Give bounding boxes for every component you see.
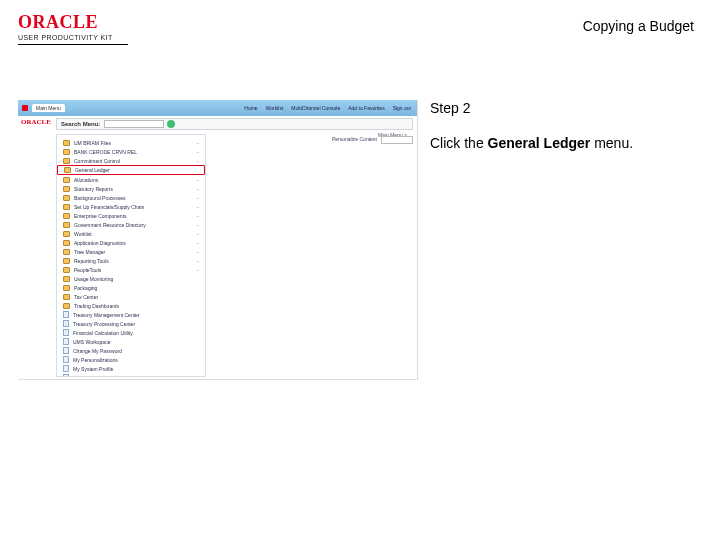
menu-item[interactable]: Background Processes– — [57, 193, 205, 202]
instruction-text: Click the General Ledger menu. — [430, 134, 690, 153]
document-icon — [63, 329, 69, 336]
collapse-dash-icon: – — [196, 240, 199, 246]
menu-item[interactable]: BANK CERODE CRVN REL– — [57, 147, 205, 156]
collapse-dash-icon: – — [196, 140, 199, 146]
menu-item[interactable]: Financial Calculation Utility — [57, 328, 205, 337]
menu-item[interactable]: Change My Password — [57, 346, 205, 355]
menu-item-label: Packaging — [74, 285, 97, 291]
menu-item[interactable]: Usage Monitoring — [57, 274, 205, 283]
menu-item[interactable]: UMS Workspace — [57, 337, 205, 346]
top-link-worklist[interactable]: Worklist — [266, 105, 284, 111]
page-title: Copying a Budget — [583, 12, 702, 34]
search-input[interactable] — [104, 120, 164, 128]
menu-item[interactable]: Reporting Tools– — [57, 256, 205, 265]
menu-item[interactable]: PeopleTools– — [57, 265, 205, 274]
menu-item-label: Tax Center — [74, 294, 98, 300]
menu-item-label: Worklist — [74, 231, 92, 237]
document-icon — [63, 374, 69, 377]
top-link-mcc[interactable]: MultiChannel Console — [291, 105, 340, 111]
menu-item-label: Change My Password — [73, 348, 122, 354]
document-icon — [63, 338, 69, 345]
menu-item-label: Commitment Control — [74, 158, 120, 164]
folder-icon — [63, 177, 70, 183]
collapse-dash-icon: – — [196, 158, 199, 164]
menu-item-label: Treasury Management Center — [73, 312, 140, 318]
menu-item[interactable]: Government Resource Directory– — [57, 220, 205, 229]
top-link-signout[interactable]: Sign out — [393, 105, 411, 111]
folder-icon — [63, 222, 70, 228]
collapse-dash-icon: – — [196, 177, 199, 183]
menu-item[interactable]: Treasury Management Center — [57, 310, 205, 319]
menu-item-label: Allocations — [74, 177, 98, 183]
menu-item[interactable]: My System Profile — [57, 364, 205, 373]
menu-item-label: Background Processes — [74, 195, 125, 201]
folder-icon — [63, 158, 70, 164]
folder-icon — [63, 140, 70, 146]
menu-item[interactable]: Tree Manager– — [57, 247, 205, 256]
menu-item-label: Set Up Financials/Supply Chain — [74, 204, 144, 210]
menu-item[interactable]: Trading Dashboards — [57, 301, 205, 310]
oracle-tiny-icon — [22, 105, 28, 111]
app-mini-logo: ORACLE — [21, 118, 51, 126]
menu-item-label: PeopleTools — [74, 267, 101, 273]
menu-item-label: Treasury Processing Center — [73, 321, 135, 327]
document-icon — [63, 347, 69, 354]
search-bar: Search Menu: — [56, 118, 413, 130]
app-tab-bar: Main Menu Home Worklist MultiChannel Con… — [18, 100, 417, 116]
menu-item-label: Trading Dashboards — [74, 303, 119, 309]
folder-icon — [63, 149, 70, 155]
menu-item-label: General Ledger — [75, 167, 110, 173]
menu-item-label: BANK CERODE CRVN REL — [74, 149, 137, 155]
folder-icon — [63, 240, 70, 246]
brand-sub: USER PRODUCTIVITY KIT — [18, 34, 128, 41]
top-link-fav[interactable]: Add to Favorites — [348, 105, 384, 111]
layout-control[interactable] — [381, 136, 413, 144]
menu-item[interactable]: Allocations– — [57, 175, 205, 184]
personalize-label[interactable]: Personalize Content — [332, 136, 377, 142]
folder-icon — [63, 303, 70, 309]
menu-item-label: Tree Manager — [74, 249, 105, 255]
menu-item[interactable]: Set Up Financials/Supply Chain– — [57, 202, 205, 211]
menu-item-label: My Personalizations — [73, 357, 118, 363]
menu-item-label: Statutory Reports — [74, 186, 113, 192]
search-label: Search Menu: — [57, 121, 104, 127]
app-top-links: Home Worklist MultiChannel Console Add t… — [244, 105, 417, 111]
collapse-dash-icon: – — [196, 186, 199, 192]
menu-item[interactable]: Enterprise Components– — [57, 211, 205, 220]
collapse-dash-icon: – — [196, 204, 199, 210]
search-go-icon[interactable] — [167, 120, 175, 128]
menu-item[interactable]: UM BRIAM Files– — [57, 138, 205, 147]
menu-item[interactable]: My Dictionary — [57, 373, 205, 377]
menu-item[interactable]: Packaging — [57, 283, 205, 292]
document-icon — [63, 320, 69, 327]
brand-block: ORACLE USER PRODUCTIVITY KIT — [18, 12, 128, 45]
folder-icon — [63, 285, 70, 291]
document-icon — [63, 356, 69, 363]
app-tab-main[interactable]: Main Menu — [32, 104, 65, 112]
collapse-dash-icon: – — [196, 231, 199, 237]
menu-item-label: My Dictionary — [73, 375, 103, 378]
top-link-home[interactable]: Home — [244, 105, 257, 111]
step-label: Step 2 — [430, 100, 690, 116]
folder-icon — [63, 186, 70, 192]
menu-item[interactable]: Application Diagnostics– — [57, 238, 205, 247]
collapse-dash-icon: – — [196, 267, 199, 273]
folder-icon — [63, 195, 70, 201]
main-menu-panel: UM BRIAM Files–BANK CERODE CRVN REL–Comm… — [56, 134, 206, 377]
menu-item-label: Application Diagnostics — [74, 240, 126, 246]
instruction-panel: Step 2 Click the General Ledger menu. — [430, 100, 690, 153]
menu-item[interactable]: Worklist– — [57, 229, 205, 238]
menu-item[interactable]: Tax Center — [57, 292, 205, 301]
folder-icon — [63, 204, 70, 210]
menu-item[interactable]: Statutory Reports– — [57, 184, 205, 193]
menu-item-label: Financial Calculation Utility — [73, 330, 133, 336]
folder-icon — [63, 231, 70, 237]
menu-item[interactable]: Commitment Control– — [57, 156, 205, 165]
menu-item[interactable]: Treasury Processing Center — [57, 319, 205, 328]
collapse-dash-icon: – — [196, 222, 199, 228]
collapse-dash-icon: – — [196, 258, 199, 264]
collapse-dash-icon: – — [196, 149, 199, 155]
menu-item[interactable]: My Personalizations — [57, 355, 205, 364]
menu-item-general-ledger[interactable]: General Ledger — [57, 165, 205, 175]
menu-item-label: My System Profile — [73, 366, 113, 372]
